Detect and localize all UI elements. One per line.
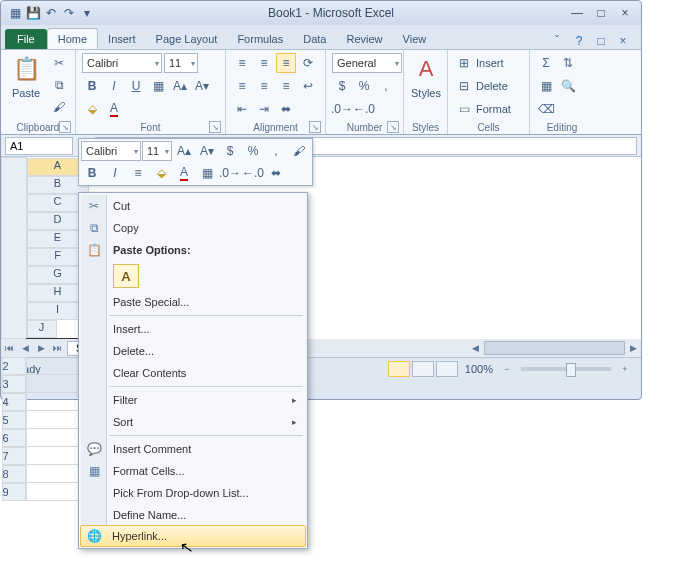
mini-font-combo[interactable]: Calibri [81,141,141,161]
number-format-combo[interactable]: General [332,53,402,73]
mini-font-color-icon[interactable]: A [173,163,195,183]
fill-icon[interactable]: ▦ [536,76,556,96]
tab-pagelayout[interactable]: Page Layout [146,29,228,49]
hscroll-left-icon[interactable]: ◀ [468,340,484,356]
fill-color-button[interactable]: ⬙ [82,99,102,119]
increase-indent-icon[interactable]: ⇥ [254,99,274,119]
close-button[interactable]: × [617,6,633,20]
tab-view[interactable]: View [393,29,437,49]
decrease-decimal-icon[interactable]: ←.0 [354,99,374,119]
currency-icon[interactable]: $ [332,76,352,96]
sheet-nav-next-icon[interactable]: ▶ [33,340,49,356]
decrease-indent-icon[interactable]: ⇤ [232,99,252,119]
copy-icon[interactable]: ⧉ [49,75,69,95]
tab-formulas[interactable]: Formulas [227,29,293,49]
mini-size-combo[interactable]: 11 [142,141,172,161]
mini-grow-font-icon[interactable]: A▴ [173,141,195,161]
insert-cells-label[interactable]: Insert [476,57,504,69]
styles-button[interactable]: A Styles [410,53,442,121]
row-header[interactable]: 7 [2,447,26,465]
row-header[interactable]: 8 [2,465,26,483]
merge-center-icon[interactable]: ⬌ [276,99,296,119]
comma-icon[interactable]: , [376,76,396,96]
number-launcher-icon[interactable]: ↘ [387,121,399,133]
minimize-button[interactable]: — [569,6,585,20]
ribbon-minimize-icon[interactable]: ˇ [549,33,565,49]
row-header[interactable]: 3 [2,375,26,393]
alignment-launcher-icon[interactable]: ↘ [309,121,321,133]
undo-icon[interactable]: ↶ [43,5,59,21]
tab-data[interactable]: Data [293,29,336,49]
view-pagebreak-icon[interactable] [436,361,458,377]
sheet-nav-prev-icon[interactable]: ◀ [17,340,33,356]
ctx-define-name[interactable]: Define Name... [81,504,305,526]
row-header[interactable]: 4 [2,393,26,411]
delete-cells-label[interactable]: Delete [476,80,508,92]
redo-icon[interactable]: ↷ [61,5,77,21]
sheet-nav-last-icon[interactable]: ⏭ [49,340,65,356]
mini-format-painter-icon[interactable]: 🖌 [288,141,310,161]
row-header[interactable]: 5 [2,411,26,429]
orientation-icon[interactable]: ⟳ [298,53,318,73]
mini-percent-icon[interactable]: % [242,141,264,161]
sheet-nav-first-icon[interactable]: ⏮ [1,340,17,356]
inner-close-icon[interactable]: × [615,33,631,49]
sort-filter-icon[interactable]: ⇅ [558,53,578,73]
name-box[interactable]: A1 [5,137,73,155]
mini-shrink-font-icon[interactable]: A▾ [196,141,218,161]
align-bottom-icon[interactable]: ≡ [276,53,296,73]
ctx-pick-from-list[interactable]: Pick From Drop-down List... [81,482,305,504]
delete-cells-icon[interactable]: ⊟ [454,76,474,96]
ctx-paste-special[interactable]: Paste Special... [81,291,305,313]
border-button[interactable]: ▦ [148,76,168,96]
ctx-cut[interactable]: ✂Cut [81,195,305,217]
mini-bold-button[interactable]: B [81,163,103,183]
align-left-icon[interactable]: ≡ [232,76,252,96]
zoom-out-icon[interactable]: − [499,361,515,377]
grow-font-icon[interactable]: A▴ [170,76,190,96]
mini-currency-icon[interactable]: $ [219,141,241,161]
ctx-delete[interactable]: Delete... [81,340,305,362]
font-launcher-icon[interactable]: ↘ [209,121,221,133]
mini-merge-icon[interactable]: ⬌ [265,163,287,183]
bold-button[interactable]: B [82,76,102,96]
maximize-button[interactable]: □ [593,6,609,20]
percent-icon[interactable]: % [354,76,374,96]
mini-border-icon[interactable]: ▦ [196,163,218,183]
zoom-in-icon[interactable]: + [617,361,633,377]
zoom-level[interactable]: 100% [465,363,493,375]
view-pagelayout-icon[interactable] [412,361,434,377]
select-all-corner[interactable] [2,158,27,339]
ctx-clear-contents[interactable]: Clear Contents [81,362,305,384]
row-header[interactable]: 6 [2,429,26,447]
insert-cells-icon[interactable]: ⊞ [454,53,474,73]
align-right-icon[interactable]: ≡ [276,76,296,96]
wrap-text-icon[interactable]: ↩ [298,76,318,96]
mini-fill-color-icon[interactable]: ⬙ [150,163,172,183]
autosum-icon[interactable]: Σ [536,53,556,73]
italic-button[interactable]: I [104,76,124,96]
paste-button[interactable]: 📋 Paste [7,53,45,121]
ctx-sort[interactable]: Sort [81,411,305,433]
align-center-icon[interactable]: ≡ [254,76,274,96]
hscroll-right-icon[interactable]: ▶ [625,340,641,356]
paste-option-keep-formatting[interactable]: A [113,264,139,288]
ctx-insert-comment[interactable]: 💬Insert Comment [81,438,305,460]
ctx-hyperlink[interactable]: 🌐Hyperlink... [80,525,306,547]
ctx-format-cells[interactable]: ▦Format Cells... [81,460,305,482]
tab-home[interactable]: Home [47,28,98,49]
col-header[interactable]: J [27,320,57,338]
view-normal-icon[interactable] [388,361,410,377]
zoom-slider[interactable] [521,367,611,371]
shrink-font-icon[interactable]: A▾ [192,76,212,96]
underline-button[interactable]: U [126,76,146,96]
help-icon[interactable]: ? [571,33,587,49]
font-name-combo[interactable]: Calibri [82,53,162,73]
cut-icon[interactable]: ✂ [49,53,69,73]
format-cells-label[interactable]: Format [476,103,511,115]
clipboard-launcher-icon[interactable]: ↘ [59,121,71,133]
mini-inc-decimal-icon[interactable]: .0→ [219,163,241,183]
tab-insert[interactable]: Insert [98,29,146,49]
ctx-copy[interactable]: ⧉Copy [81,217,305,239]
clear-icon[interactable]: ⌫ [536,99,556,119]
